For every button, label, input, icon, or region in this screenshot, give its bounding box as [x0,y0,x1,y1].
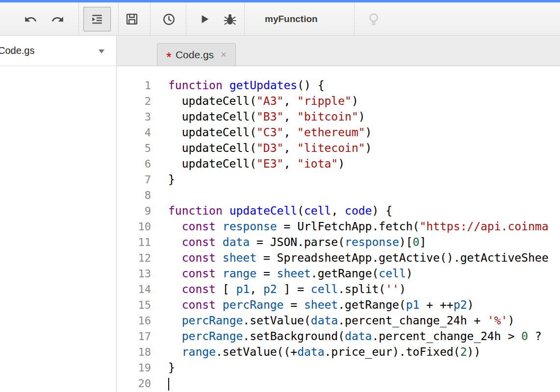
code-line-content [168,377,169,390]
save-button[interactable] [121,9,143,29]
code-line-content: const sheet = SpreadsheetApp.getActive()… [168,251,549,264]
line-number: 20 [117,376,151,392]
code-line[interactable]: 16 percRange.setValue(data.percent_chang… [117,313,560,328]
history-button[interactable] [158,9,179,29]
chevron-down-icon [99,49,104,53]
code-line-content: const range = sheet.getRange(cell) [168,267,413,280]
code-line[interactable]: 19} [117,360,560,375]
code-line-content: const data = JSON.parse(response)[0] [168,236,426,248]
history-clock-icon [162,12,176,26]
line-number: 7 [117,172,151,188]
line-number: 3 [117,109,151,125]
line-number: 11 [117,235,151,250]
code-line-content: function updateCell(cell, code) { [168,204,392,217]
code-editor[interactable]: 1function getUpdates() {2 updateCell("A3… [117,66,560,392]
lightbulb-icon [367,12,381,26]
code-line[interactable]: 1function getUpdates() { [117,77,560,93]
code-line-content: range.setValue((+data.price_eur).toFixed… [168,345,481,358]
debug-button[interactable] [219,9,241,29]
code-lines: 1function getUpdates() {2 updateCell("A3… [117,66,560,391]
code-line[interactable]: 18 range.setValue((+data.price_eur).toFi… [117,344,560,360]
line-number: 6 [117,156,151,172]
tab-label: Code.gs [176,49,214,61]
redo-button[interactable] [47,9,68,29]
line-number: 14 [117,282,151,297]
run-play-icon [198,13,211,25]
tab-code-gs[interactable]: * Code.gs × [157,43,236,66]
code-line[interactable]: 20 [117,375,560,391]
code-line[interactable]: 4 updateCell("C3", "ethereum") [117,124,560,140]
toolbar-separator [118,2,119,35]
line-number: 16 [117,313,151,329]
code-line-content: updateCell("B3", "bitcoin") [168,110,365,123]
code-line[interactable]: 13 const range = sheet.getRange(cell) [117,266,560,281]
code-line[interactable]: 9function updateCell(cell, code) { [117,203,560,219]
line-number: 18 [117,344,151,360]
toolbar: myFunction [0,2,560,36]
tab-bar: * Code.gs × [117,36,560,66]
function-selector[interactable]: myFunction [265,2,318,35]
code-line[interactable]: 11 const data = JSON.parse(response)[0] [117,234,560,250]
code-line[interactable]: 8 [117,187,560,203]
code-line-content: const percRange = sheet.getRange(p1 + ++… [168,298,474,311]
code-line[interactable]: 12 const sheet = SpreadsheetApp.getActiv… [117,250,560,266]
line-number: 2 [117,94,151,109]
editor-pane: * Code.gs × 1function getUpdates() {2 up… [117,36,560,392]
run-button[interactable] [194,9,215,29]
toolbar-separator [354,2,355,35]
toolbar-separator [78,2,79,35]
code-line[interactable]: 3 updateCell("B3", "bitcoin") [117,109,560,124]
text-cursor [168,378,169,391]
code-line-content: } [168,361,175,374]
code-line[interactable]: 6 updateCell("E3", "iota") [117,156,560,172]
line-number: 1 [117,78,151,94]
code-line-content: updateCell("C3", "ethereum") [168,126,372,139]
code-line[interactable]: 14 const [ p1, p2 ] = cell.split('') [117,281,560,297]
code-line-content: updateCell("D3", "litecoin") [168,142,372,154]
line-number: 9 [117,203,151,219]
line-number: 13 [117,266,151,282]
toolbar-separator [186,2,186,35]
line-number: 15 [117,297,151,313]
file-panel: Code.gs [0,36,117,392]
redo-icon [51,13,64,26]
line-number: 10 [117,219,151,235]
line-number: 19 [117,360,151,376]
undo-button[interactable] [20,9,41,29]
code-line-content: const [ p1, p2 ] = cell.split('') [168,283,406,295]
line-number: 4 [117,125,151,141]
file-name: Code.gs [0,45,35,56]
code-line-content: percRange.setValue(data.percent_change_2… [168,314,514,327]
code-line[interactable]: 7} [117,172,560,187]
tab-close-icon[interactable]: × [221,49,227,60]
toolbar-separator [150,2,151,35]
code-line-content: updateCell("E3", "iota") [168,157,345,170]
indent-icon [91,13,103,25]
code-line[interactable]: 15 const percRange = sheet.getRange(p1 +… [117,297,560,313]
line-number: 17 [117,329,151,344]
line-number: 8 [117,188,151,203]
code-line-content: } [168,173,175,186]
unsaved-indicator: * [166,50,172,64]
suggestions-button[interactable] [363,9,384,29]
code-line[interactable]: 10 const response = UrlFetchApp.fetch("h… [117,219,560,234]
indent-button[interactable] [83,7,111,31]
code-line-content: const response = UrlFetchApp.fetch("http… [168,220,549,233]
code-line-content: function getUpdates() { [168,79,325,92]
line-number: 5 [117,141,151,156]
code-line-content: percRange.setBackground(data.percent_cha… [168,330,542,343]
debug-bug-icon [223,12,237,26]
file-selector[interactable]: Code.gs [0,36,116,66]
code-line[interactable]: 17 percRange.setBackground(data.percent_… [117,328,560,344]
code-line[interactable]: 2 updateCell("A3", "ripple") [117,93,560,109]
code-line[interactable]: 5 updateCell("D3", "litecoin") [117,140,560,156]
line-number: 12 [117,250,151,266]
undo-icon [24,13,37,26]
toolbar-separator [244,2,245,35]
code-line-content: updateCell("A3", "ripple") [168,95,358,107]
save-icon [125,12,139,26]
